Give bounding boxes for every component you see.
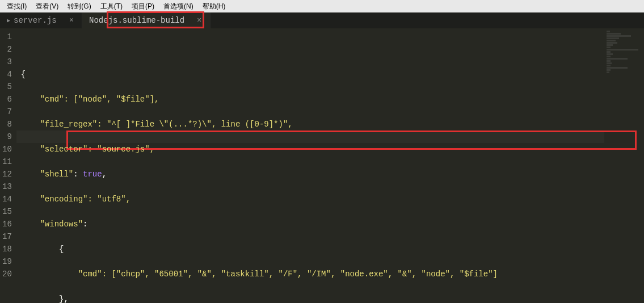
chevron-right-icon: ▶: [7, 17, 10, 24]
code-text: : "utf8",: [87, 195, 131, 204]
minimap-line: [607, 56, 611, 57]
menu-tools[interactable]: 工具(T): [96, 1, 127, 12]
current-line-highlight: [16, 131, 604, 143]
line-number: 16: [2, 218, 12, 230]
code-text: :: [73, 170, 83, 179]
line-number: 13: [2, 180, 12, 193]
code-editor[interactable]: { "cmd": ["node", "$file"], "file_regex"…: [16, 28, 604, 303]
minimap[interactable]: [604, 28, 644, 303]
minimap-line: [607, 31, 610, 32]
line-number: 6: [2, 93, 12, 106]
minimap-line: [607, 37, 619, 39]
menubar: 查找(I) 查看(V) 转到(G) 工具(T) 项目(P) 首选项(N) 帮助(…: [0, 0, 644, 12]
line-number: 8: [2, 118, 12, 131]
menu-find[interactable]: 查找(I): [2, 1, 31, 12]
code-text: "selector": [40, 145, 87, 154]
code-text: "shell": [40, 170, 73, 179]
code-text: ,: [102, 170, 107, 179]
minimap-line: [607, 40, 616, 41]
line-number: 12: [2, 168, 12, 180]
code-text: : "source.js",: [87, 145, 154, 154]
minimap-line: [607, 69, 611, 71]
tab-nodejs-build[interactable]: Nodejs.sublime-build ×: [82, 12, 210, 28]
code-text: {: [21, 70, 26, 79]
menu-view[interactable]: 查看(V): [31, 1, 63, 12]
line-number: 9: [2, 131, 12, 143]
code-text: : ["chcp", "65001", "&", "taskkill", "/F…: [102, 270, 498, 279]
line-number: 5: [2, 81, 12, 93]
line-number: 1: [2, 31, 12, 43]
line-number: 4: [2, 68, 12, 81]
line-number: 2: [2, 43, 12, 56]
code-text: : "^[ ]*File \"(...*?)\", line ([0-9]*)"…: [97, 120, 292, 129]
line-number: 20: [2, 268, 12, 280]
tab-serverjs[interactable]: ▶ server.js ×: [0, 12, 82, 28]
code-text: "windows": [40, 220, 83, 229]
menu-project[interactable]: 项目(P): [127, 1, 159, 12]
code-text: "encoding": [40, 195, 87, 204]
line-number: 11: [2, 155, 12, 168]
minimap-line: [607, 44, 613, 46]
tab-label: Nodejs.sublime-build: [89, 16, 184, 25]
code-text: true: [83, 170, 102, 179]
code-text: "cmd": [78, 270, 102, 279]
line-number: 14: [2, 193, 12, 205]
line-number: 17: [2, 230, 12, 243]
minimap-line: [607, 67, 628, 69]
minimap-line: [607, 35, 631, 37]
minimap-line: [607, 42, 617, 44]
minimap-line: [607, 49, 638, 51]
line-number: 18: [2, 243, 12, 255]
code-text: {: [59, 245, 64, 254]
code-text: "file_regex": [40, 120, 97, 129]
gutter: 1 2 3 4 5 6 7 8 9 10 11 12 13 14 15 16 1…: [0, 28, 16, 303]
code-text: "cmd": [40, 95, 64, 104]
menu-goto[interactable]: 转到(G): [63, 1, 95, 12]
tabbar: ▶ server.js × Nodejs.sublime-build ×: [0, 12, 644, 28]
code-text: },: [59, 294, 69, 303]
close-icon[interactable]: ×: [68, 16, 75, 25]
line-number: 7: [2, 106, 12, 118]
close-icon[interactable]: ×: [196, 16, 203, 25]
minimap-line: [607, 47, 611, 48]
minimap-line: [607, 51, 611, 53]
code-text: :: [83, 220, 87, 229]
editor-area: 1 2 3 4 5 6 7 8 9 10 11 12 13 14 15 16 1…: [0, 28, 644, 303]
minimap-line: [607, 71, 609, 73]
menu-preferences[interactable]: 首选项(N): [159, 1, 198, 12]
minimap-line: [607, 60, 611, 62]
line-number: 10: [2, 143, 12, 155]
menu-help[interactable]: 帮助(H): [198, 1, 230, 12]
minimap-line: [607, 53, 613, 55]
minimap-line: [607, 33, 621, 35]
line-number: 3: [2, 56, 12, 68]
line-number: 15: [2, 205, 12, 218]
code-text: : ["node", "$file"],: [64, 95, 159, 104]
minimap-line: [607, 65, 611, 66]
minimap-line: [607, 62, 612, 64]
minimap-line: [607, 58, 628, 60]
tab-label: server.js: [14, 16, 57, 25]
line-number: 19: [2, 255, 12, 268]
